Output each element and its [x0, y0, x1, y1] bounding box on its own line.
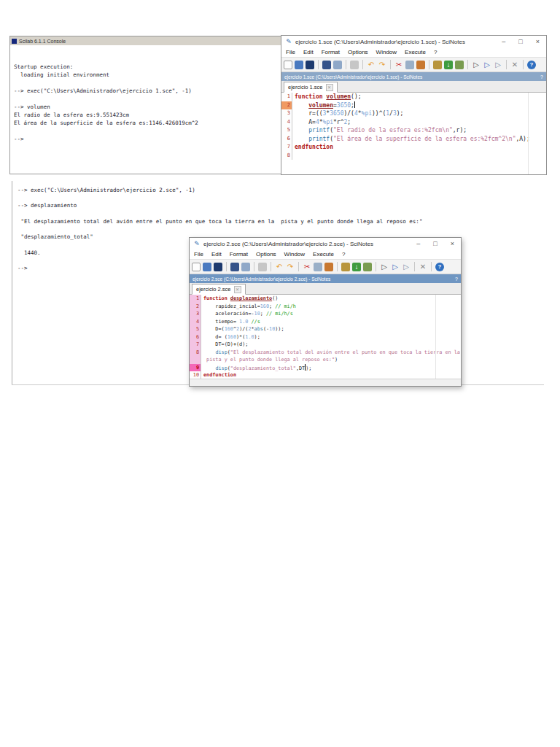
- code-text[interactable]: aceleración=-10; // mi/h/s: [201, 310, 293, 318]
- menu-edit[interactable]: Edit: [211, 251, 222, 258]
- print-icon[interactable]: [350, 61, 359, 69]
- cut-icon[interactable]: ✂: [303, 263, 311, 271]
- window-title-bar[interactable]: ✎ ejercicio 1.sce (C:\Users\Administrado…: [281, 36, 546, 47]
- console-body[interactable]: Startup execution: loading initial envir…: [10, 45, 281, 174]
- find-replace-icon[interactable]: [341, 263, 350, 271]
- code-line: 8 disp("El desplazamiento total del avió…: [190, 349, 461, 357]
- open-file-icon[interactable]: [203, 263, 211, 271]
- code-line: pista y el punto donde llega al reposo e…: [190, 356, 461, 364]
- code-text[interactable]: printf("El área de la superficie de la e…: [292, 135, 530, 144]
- export-icon[interactable]: [333, 61, 342, 69]
- tab-ejercicio-2[interactable]: ejercicio 2.sce ✕: [192, 284, 246, 295]
- code-editor[interactable]: 1function volumen();2 volumen=3650;3 r=(…: [281, 93, 546, 174]
- help-icon[interactable]: ?: [527, 61, 536, 69]
- code-text[interactable]: pista y el punto donde llega al reposo e…: [201, 356, 338, 364]
- undo-icon[interactable]: ↶: [275, 263, 284, 271]
- toolbar-separator: [523, 60, 524, 69]
- horizontal-scrollbar[interactable]: [190, 379, 461, 386]
- menu-options[interactable]: Options: [256, 251, 276, 258]
- evaluate-selection-icon[interactable]: [363, 263, 372, 271]
- window-controls: –□×: [502, 38, 542, 45]
- code-line: 6 printf("El área de la superficie de la…: [281, 135, 546, 144]
- new-file-icon[interactable]: [192, 263, 201, 271]
- code-text[interactable]: d= (160)*(1.0);: [201, 333, 260, 341]
- minimize-button[interactable]: –: [502, 38, 505, 45]
- menu-file[interactable]: File: [194, 251, 203, 258]
- code-text[interactable]: [292, 152, 295, 160]
- evaluate-selection-icon[interactable]: [455, 61, 464, 69]
- path-help-icon[interactable]: ?: [455, 276, 458, 282]
- execute-echo-icon[interactable]: ▷: [483, 61, 491, 69]
- undo-icon[interactable]: ↶: [367, 61, 376, 69]
- save-icon[interactable]: [306, 61, 314, 69]
- save-as-icon[interactable]: [230, 263, 239, 271]
- console-title-bar[interactable]: Scilab 6.1.1 Console: [10, 36, 281, 45]
- execute-icon[interactable]: ▷: [472, 61, 481, 69]
- maximize-button[interactable]: □: [518, 38, 522, 45]
- code-editor[interactable]: 1function desplazamiento()2 rapidez_inci…: [190, 295, 461, 379]
- maximize-button[interactable]: □: [433, 240, 437, 247]
- code-text[interactable]: DT=(D)+(d);: [201, 341, 248, 349]
- preferences-icon[interactable]: ✕: [510, 61, 519, 69]
- preferences-icon[interactable]: ✕: [419, 263, 427, 271]
- code-text[interactable]: endfunction: [292, 143, 333, 152]
- code-text[interactable]: rapidez_incial=160; // mi/h: [201, 303, 296, 311]
- new-file-icon[interactable]: [284, 61, 292, 69]
- path-help-icon[interactable]: ?: [540, 74, 543, 80]
- print-margin-line: [435, 295, 436, 379]
- minimize-button[interactable]: –: [416, 240, 420, 247]
- save-as-icon[interactable]: [322, 61, 331, 69]
- menu-window[interactable]: Window: [376, 49, 397, 55]
- menu-execute[interactable]: Execute: [313, 251, 334, 258]
- load-into-scilab-icon[interactable]: ↓: [444, 61, 453, 69]
- open-file-icon[interactable]: [295, 61, 303, 69]
- tab-ejercicio-1[interactable]: ejercicio 1.sce ✕: [284, 82, 338, 93]
- code-text[interactable]: disp("desplazamiento_total",DT);: [201, 364, 311, 372]
- close-button[interactable]: ×: [451, 240, 454, 247]
- code-text[interactable]: r=((3*3650)/(4*%pi))^(1/3);: [292, 109, 403, 118]
- code-text[interactable]: D=(160^2)/(2*abs(-10));: [201, 325, 284, 333]
- paste-icon[interactable]: [324, 263, 333, 271]
- window-title-bar[interactable]: ✎ ejercicio 2.sce (C:\Users\Administrado…: [190, 238, 461, 249]
- document-path-bar: ejercicio 2.sce (C:\Users\Administrador\…: [190, 274, 461, 283]
- code-text[interactable]: volumen=3650;: [292, 101, 355, 110]
- copy-icon[interactable]: [405, 61, 414, 69]
- print-icon[interactable]: [258, 263, 267, 271]
- find-replace-icon[interactable]: [433, 61, 442, 69]
- redo-icon[interactable]: ↷: [378, 61, 386, 69]
- help-icon[interactable]: ?: [435, 263, 444, 271]
- menu-format[interactable]: Format: [230, 251, 248, 258]
- tab-close-icon[interactable]: ✕: [234, 286, 241, 293]
- execute-echo-icon[interactable]: ▷: [391, 263, 400, 271]
- code-text[interactable]: function volumen();: [292, 93, 362, 101]
- code-text[interactable]: function desplazamiento(): [201, 295, 278, 303]
- code-text[interactable]: endfunction: [201, 371, 236, 379]
- menu-window[interactable]: Window: [284, 251, 305, 258]
- execute-file-icon[interactable]: ▷: [494, 61, 502, 69]
- close-button[interactable]: ×: [536, 38, 540, 45]
- code-text[interactable]: tiempo= 1.0 //s: [201, 318, 260, 326]
- tab-close-icon[interactable]: ✕: [326, 84, 333, 91]
- menu-?[interactable]: ?: [434, 49, 437, 55]
- code-text[interactable]: printf("El radio de la esfera es:%2fcm\n…: [292, 126, 467, 135]
- execute-file-icon[interactable]: ▷: [402, 263, 411, 271]
- load-into-scilab-icon[interactable]: ↓: [352, 263, 361, 271]
- line-number: 4: [190, 318, 201, 326]
- menu-?[interactable]: ?: [342, 251, 345, 258]
- paste-icon[interactable]: [416, 61, 425, 69]
- copy-icon[interactable]: [314, 263, 322, 271]
- menu-options[interactable]: Options: [348, 49, 368, 55]
- menu-file[interactable]: File: [286, 49, 295, 55]
- code-line: 3 r=((3*3650)/(4*%pi))^(1/3);: [281, 109, 546, 118]
- code-text[interactable]: disp("El desplazamiento total del avión …: [201, 349, 461, 357]
- cut-icon[interactable]: ✂: [394, 61, 403, 69]
- export-icon[interactable]: [241, 263, 250, 271]
- save-icon[interactable]: [214, 263, 222, 271]
- menu-format[interactable]: Format: [322, 49, 340, 55]
- console-output[interactable]: Startup execution: loading initial envir…: [10, 45, 281, 143]
- menu-edit[interactable]: Edit: [303, 49, 314, 55]
- code-text[interactable]: A=4*%pi*r^2;: [292, 118, 351, 127]
- menu-execute[interactable]: Execute: [405, 49, 426, 55]
- redo-icon[interactable]: ↷: [286, 263, 295, 271]
- execute-icon[interactable]: ▷: [380, 263, 389, 271]
